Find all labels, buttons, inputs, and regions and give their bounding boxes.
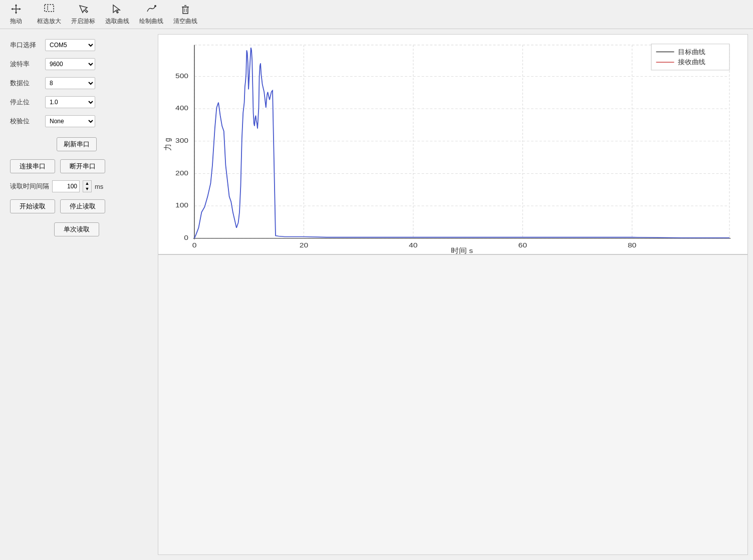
svg-marker-3 (15, 12, 17, 14)
draw-curve-icon (146, 4, 157, 16)
svg-text:400: 400 (175, 104, 188, 112)
clear-curve-label: 清空曲线 (173, 17, 197, 26)
toolbar-draw-curve[interactable]: 绘制曲线 (139, 4, 163, 26)
chart-area: 0 100 200 300 400 500 0 20 40 60 80 力 g … (153, 29, 753, 560)
svg-text:60: 60 (519, 241, 527, 249)
port-select[interactable]: COM1 COM2 COM3 COM4 COM5 COM6 (45, 39, 95, 51)
toolbar-select-curve[interactable]: 选取曲线 (105, 4, 129, 26)
chart-bottom-area (158, 254, 748, 555)
interval-input[interactable] (52, 180, 80, 192)
toolbar-cursor[interactable]: 开启游标 (71, 4, 95, 26)
svg-rect-6 (45, 5, 54, 12)
svg-text:40: 40 (409, 241, 417, 249)
baud-label: 波特率 (10, 60, 45, 69)
svg-text:0: 0 (192, 241, 197, 249)
svg-text:500: 500 (175, 72, 188, 79)
refresh-button[interactable]: 刷新串口 (57, 137, 97, 151)
parity-label: 校验位 (10, 117, 45, 126)
spinner: ▲ ▼ (83, 180, 92, 192)
connect-button[interactable]: 连接串口 (10, 159, 55, 173)
svg-text:20: 20 (300, 241, 308, 249)
clear-curve-icon (180, 4, 191, 16)
interval-label: 读取时间间隔 (10, 182, 49, 191)
data-bits-select[interactable]: 5 6 7 8 (45, 77, 95, 89)
svg-marker-8 (113, 5, 120, 13)
parity-row: 校验位 None Even Odd Mark Space (10, 115, 143, 127)
svg-text:80: 80 (628, 241, 636, 249)
svg-text:100: 100 (175, 201, 188, 209)
drag-label: 拖动 (10, 17, 22, 26)
draw-curve-label: 绘制曲线 (139, 17, 163, 26)
data-bits-label: 数据位 (10, 79, 45, 88)
start-read-button[interactable]: 开始读取 (10, 199, 55, 213)
svg-marker-5 (19, 8, 21, 10)
zoom-icon (44, 4, 55, 16)
main-container: 串口选择 COM1 COM2 COM3 COM4 COM5 COM6 波特率 9… (0, 29, 753, 560)
disconnect-button[interactable]: 断开串口 (60, 159, 105, 173)
svg-text:200: 200 (175, 169, 188, 176)
sidebar: 串口选择 COM1 COM2 COM3 COM4 COM5 COM6 波特率 9… (0, 29, 153, 560)
stop-bits-label: 停止位 (10, 98, 45, 107)
read-row: 开始读取 停止读取 (10, 199, 143, 213)
svg-text:目标曲线: 目标曲线 (678, 48, 706, 55)
parity-select[interactable]: None Even Odd Mark Space (45, 115, 95, 127)
spinner-up[interactable]: ▲ (83, 181, 91, 186)
stop-bits-select[interactable]: 1.0 1.5 2.0 (45, 96, 95, 108)
chart-container: 0 100 200 300 400 500 0 20 40 60 80 力 g … (158, 34, 748, 254)
svg-text:300: 300 (175, 137, 188, 144)
svg-marker-2 (15, 4, 17, 6)
connect-row: 连接串口 断开串口 (10, 159, 143, 173)
stop-bits-row: 停止位 1.0 1.5 2.0 (10, 96, 143, 108)
baud-row: 波特率 9600 19200 38400 57600 115200 (10, 58, 143, 70)
svg-text:0: 0 (184, 234, 188, 241)
port-label: 串口选择 (10, 41, 45, 50)
ms-label: ms (95, 183, 103, 190)
drag-icon (11, 4, 22, 16)
toolbar-clear-curve[interactable]: 清空曲线 (173, 4, 197, 26)
cursor-label: 开启游标 (71, 17, 95, 26)
baud-select[interactable]: 9600 19200 38400 57600 115200 (45, 58, 95, 70)
chart-svg: 0 100 200 300 400 500 0 20 40 60 80 力 g … (158, 35, 747, 254)
svg-marker-4 (11, 8, 13, 10)
toolbar-drag[interactable]: 拖动 (5, 4, 27, 26)
zoom-label: 框选放大 (37, 17, 61, 26)
svg-rect-10 (183, 7, 188, 14)
single-read-row: 单次读取 (10, 222, 143, 236)
toolbar-zoom[interactable]: 框选放大 (37, 4, 61, 26)
data-bits-row: 数据位 5 6 7 8 (10, 77, 143, 89)
select-curve-icon (112, 4, 123, 16)
stop-read-button[interactable]: 停止读取 (60, 199, 105, 213)
svg-text:时间 s: 时间 s (451, 247, 473, 254)
svg-point-9 (154, 5, 156, 7)
spinner-down[interactable]: ▼ (83, 186, 91, 192)
svg-text:接收曲线: 接收曲线 (678, 59, 706, 66)
toolbar: 拖动 框选放大 开启游标 选取曲线 (0, 0, 753, 29)
interval-row: 读取时间间隔 ▲ ▼ ms (10, 180, 143, 192)
select-curve-label: 选取曲线 (105, 17, 129, 26)
cursor-icon (78, 4, 89, 16)
single-read-button[interactable]: 单次读取 (54, 222, 99, 236)
port-row: 串口选择 COM1 COM2 COM3 COM4 COM5 COM6 (10, 39, 143, 51)
svg-text:力 g: 力 g (163, 138, 172, 150)
